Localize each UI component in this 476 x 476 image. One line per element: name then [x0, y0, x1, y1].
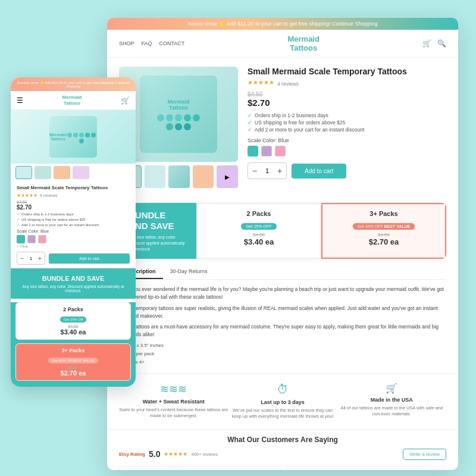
mobile-pack-2[interactable]: 2 Packs Get 25% Off $4.50 $3.40 ea	[15, 302, 131, 340]
reviews-grid: Tracie ★★★★★ Exactly what and exactly wh…	[119, 465, 446, 470]
mobile-menu-icon[interactable]: ☰	[17, 96, 23, 105]
mobile-swatch-purple[interactable]	[27, 235, 36, 243]
desktop-thumb-2[interactable]	[145, 165, 166, 188]
mobile-info-3: ✓ Add 2 or more to your cart for an inst…	[17, 223, 130, 227]
etsy-row: Etsy Rating 5.0 ★★★★★ 400+ reviews Write…	[119, 449, 446, 460]
desktop-swatch-blue[interactable]	[248, 146, 258, 156]
desktop-thumb-3[interactable]	[168, 165, 190, 188]
mobile-qty-value: 1	[27, 256, 35, 261]
mobile-topbar: Sooooo close ⭐ Add $11.20 to your cart t…	[11, 77, 136, 91]
mobile-stars: ★★★★★	[17, 193, 37, 198]
nav-contact[interactable]: CONTACT	[159, 40, 185, 46]
mobile-qty-increase[interactable]: +	[35, 252, 45, 264]
etsy-count: 400+ reviews	[191, 452, 217, 457]
clock-icon: ⏱	[228, 383, 337, 396]
desktop-thumbnails: ▶	[119, 165, 238, 188]
desktop-product-images: MermaidTattoos	[119, 67, 238, 188]
desktop-thumb-5[interactable]: ▶	[217, 165, 238, 188]
mobile-swatch-blue[interactable]	[17, 235, 25, 243]
review-2: Susanne ★★★★★ getting lots of compliment…	[285, 465, 446, 470]
mobile-thumb-4[interactable]	[73, 166, 89, 179]
desktop-add-to-cart-button[interactable]: Add to cart	[292, 164, 346, 178]
mobile-bundle-section: BUNDLE AND SAVE Any size tattoo, any col…	[11, 268, 136, 299]
feature-time-title: Last up to 3 days	[228, 399, 337, 405]
desktop-features-row: ≋≋≋ Water + Sweat Resistant Swim to your…	[107, 373, 458, 429]
check-icon-1: ✓	[17, 212, 20, 216]
desktop-thumb-4[interactable]	[193, 165, 214, 188]
check-icon-2: ✓	[17, 217, 20, 221]
desktop-search-icon[interactable]: 🔍	[437, 39, 446, 48]
usa-icon: 🛒	[337, 383, 446, 394]
mobile-swatch-pink[interactable]	[38, 235, 46, 243]
desktop-feature-3: ✓ Add 2 or more to your cart for an inst…	[248, 127, 446, 133]
desktop-feature-2: ✓ US shipping is free for orders above $…	[248, 120, 446, 126]
mobile-bundle-subtitle: Any size tattoo, any color. Discount app…	[17, 284, 130, 293]
tab-returns[interactable]: 30-Day Returns	[163, 265, 215, 279]
bundle-pack-2[interactable]: 2 Packs Get 25% OFF $4.50 $3.40 ea	[196, 203, 321, 259]
mobile-thumb-2[interactable]	[35, 166, 51, 179]
mobile-color-section: Scale Color: Blue + Clear	[17, 229, 130, 248]
check-icon-d3: ✓	[248, 127, 252, 133]
bundle-pack-3-badge: Get 40% OFF BEST VALUE	[353, 223, 415, 230]
desktop-qty-value: 1	[261, 168, 273, 174]
bundle-pack-3plus[interactable]: 3+ Packs Get 40% OFF BEST VALUE $4.50 $2…	[321, 203, 446, 259]
mobile-product-content: Small Mermaid Scale Temporary Tattoos ★★…	[11, 181, 136, 268]
nav-shop[interactable]: SHOP	[119, 40, 134, 46]
mobile-packs: 2 Packs Get 25% Off $4.50 $3.40 ea 3+ Pa…	[11, 302, 136, 387]
mobile-color-label: Scale Color: Blue	[17, 229, 49, 233]
mobile-add-to-cart-button[interactable]: Add to cart	[49, 253, 130, 264]
reviewer-1-name: Tracie	[123, 469, 276, 470]
etsy-rating: Etsy Rating 5.0 ★★★★★ 400+ reviews	[119, 449, 218, 459]
desktop-cart-icon[interactable]: 🛒	[422, 39, 431, 48]
bundle-title: BUNDLE AND SAVE	[129, 210, 187, 231]
mobile-bundle-title: BUNDLE AND SAVE	[17, 274, 130, 283]
mobile-color-swatches	[17, 235, 130, 243]
desktop-add-to-cart-row: − 1 + Add to cart	[248, 162, 446, 179]
desktop-color-swatches	[248, 146, 446, 156]
desc-para-2: These temporary tattoos are super realis…	[119, 305, 446, 320]
desktop-price: $2.70	[248, 98, 446, 108]
desktop-nav-links: SHOP FAQ CONTACT	[119, 40, 184, 46]
feature-water-title: Water + Sweat Resistant	[119, 399, 228, 405]
desktop-stars: ★★★★★	[248, 79, 274, 86]
feature-water-desc: Swim to your heart's content because the…	[119, 407, 228, 419]
mobile-info-1: ✓ Orders ship in 1-2 business days	[17, 212, 130, 216]
desktop-review-count: 4 reviews	[277, 81, 299, 87]
spec-age: For ages 4+	[119, 359, 446, 366]
bundle-pack-3-old: $4.50	[330, 232, 438, 237]
desktop-qty-increase[interactable]: +	[273, 163, 286, 178]
mobile-pack-3plus[interactable]: 3+ Packs Get 40% Off BEST VALUE $4.50 $2…	[15, 343, 131, 381]
mobile-thumb-1[interactable]	[15, 166, 32, 179]
mobile-cart-icon[interactable]: 🛒	[121, 96, 130, 105]
bundle-pack-3-price: $2.70 ea	[330, 237, 438, 246]
mobile-pack-3-title: 3+ Packs	[20, 347, 127, 353]
desktop-price-old: $4.50	[248, 91, 446, 98]
mobile-qty-decrease[interactable]: −	[17, 252, 27, 264]
mobile-product-title: Small Mermaid Scale Temporary Tattoos	[17, 185, 130, 190]
desktop-product-title: Small Mermaid Scale Temporary Tattoos	[248, 67, 446, 76]
mobile-clear-label: + Clear	[17, 245, 130, 248]
desktop-reviews-section: What Our Customers Are Saying Etsy Ratin…	[107, 429, 458, 470]
mobile-price: $2.70	[17, 204, 130, 211]
write-review-button[interactable]: Write a review	[403, 449, 446, 460]
desktop-color-label: Scale Color: Blue	[248, 137, 446, 143]
mobile-product-image: MermaidTattoos	[11, 110, 136, 164]
mobile-nav: ☰ MermaidTattoos 🛒	[11, 91, 136, 110]
desktop-topbar-text: Soooo close ⭐ Add $11.20 to your cart to…	[187, 21, 377, 27]
desktop-mockup: Soooo close ⭐ Add $11.20 to your cart to…	[107, 18, 458, 470]
mobile-mockup: Sooooo close ⭐ Add $11.20 to your cart t…	[11, 77, 136, 387]
desktop-qty-decrease[interactable]: −	[248, 163, 261, 178]
spec-size: Size: 3" x 3.5" inches	[119, 342, 446, 349]
mobile-pack-2-price: $3.40 ea	[20, 328, 127, 336]
desktop-swatch-pink[interactable]	[275, 146, 286, 156]
desktop-feature-1: ✓ Orders ship in 1-2 business days	[248, 112, 446, 118]
nav-faq[interactable]: FAQ	[142, 40, 152, 46]
check-icon-d1: ✓	[248, 112, 252, 118]
bundle-pack-2-price: $3.40 ea	[205, 237, 313, 246]
desktop-swatch-purple[interactable]	[261, 146, 272, 156]
desktop-description: Have you ever wondered if the mermaid li…	[107, 280, 458, 373]
feature-usa-desc: All of our tattoos are made in the USA w…	[337, 405, 446, 418]
mobile-thumb-3[interactable]	[54, 166, 70, 179]
mobile-pack-2-title: 2 Packs	[20, 306, 127, 312]
water-icon: ≋≋≋	[119, 383, 228, 396]
